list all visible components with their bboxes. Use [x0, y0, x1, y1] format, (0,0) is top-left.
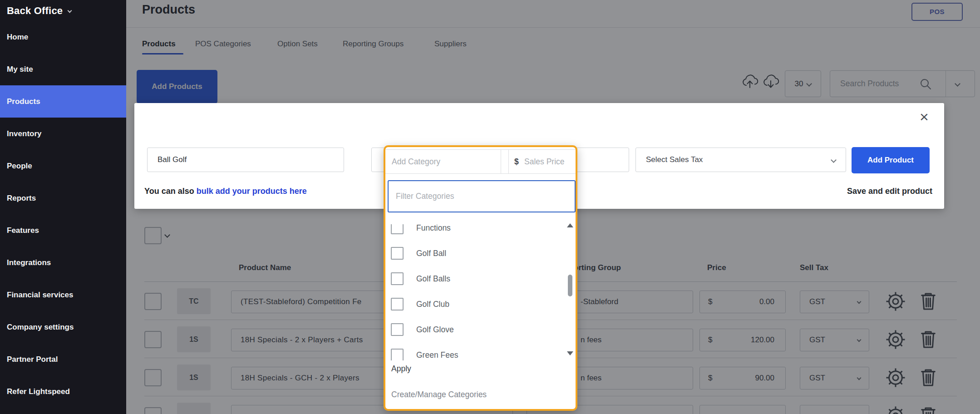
sidebar-item[interactable]: Reports [0, 182, 126, 214]
field-divider [508, 149, 509, 174]
back-office-menu[interactable]: Back Office [7, 2, 71, 20]
sidebar-item[interactable]: Partner Portal [0, 343, 126, 375]
sidebar-nav: HomeMy siteProductsInventoryPeopleReport… [0, 21, 126, 408]
back-office-label: Back Office [7, 5, 63, 16]
category-option-label: Golf Glove [416, 317, 454, 342]
category-checkbox[interactable] [391, 298, 404, 310]
add-category-placeholder[interactable]: Add Category [392, 151, 440, 172]
category-option-label: Functions [416, 224, 451, 241]
create-manage-categories-link[interactable]: Create/Manage Categories [391, 390, 487, 399]
sidebar-item[interactable]: Products [0, 85, 126, 118]
add-product-button[interactable]: Add Product [852, 147, 930, 173]
sales-price-placeholder: Sales Price [524, 151, 565, 172]
filter-categories-input[interactable]: Filter Categories [388, 180, 576, 212]
sales-tax-select[interactable]: Select Sales Tax [635, 148, 846, 172]
category-checkbox[interactable] [391, 247, 404, 260]
sidebar-item[interactable]: Refer Lightspeed [0, 375, 126, 408]
scrollbar-thumb[interactable] [568, 275, 572, 296]
sidebar-item[interactable]: Financial services [0, 279, 126, 311]
sidebar-item[interactable]: My site [0, 53, 126, 85]
bulk-add-link[interactable]: bulk add your products here [197, 187, 307, 196]
close-icon[interactable]: × [914, 107, 934, 127]
category-option[interactable]: Golf Balls [385, 266, 566, 291]
currency-symbol: $ [514, 151, 519, 172]
filter-categories-placeholder: Filter Categories [396, 181, 454, 212]
scroll-up-arrow-icon[interactable] [567, 223, 573, 227]
field-divider [501, 149, 501, 174]
category-option[interactable]: Green Fees [385, 342, 566, 360]
category-checkbox[interactable] [391, 272, 404, 285]
category-option[interactable]: Golf Glove [385, 317, 566, 342]
sidebar-item[interactable]: Features [0, 214, 126, 246]
category-checkbox[interactable] [391, 323, 404, 336]
save-and-edit-link[interactable]: Save and edit product [847, 187, 932, 196]
sidebar-item[interactable]: Home [0, 21, 126, 53]
category-option-label: Golf Club [416, 291, 449, 317]
category-checkbox[interactable] [391, 224, 404, 234]
sidebar: Back Office HomeMy siteProductsInventory… [0, 0, 126, 414]
apply-button[interactable]: Apply [391, 364, 411, 374]
category-option[interactable]: Golf Ball [385, 241, 566, 266]
sidebar-item[interactable]: Company settings [0, 311, 126, 343]
chevron-down-icon [831, 157, 837, 163]
app-root: Products POS ProductsPOS CategoriesOptio… [0, 0, 980, 414]
bulk-add-prefix: You can also [144, 187, 197, 196]
category-option-list: Functions Golf Ball Golf Balls Golf Club… [385, 224, 566, 360]
product-name-field[interactable]: Ball Golf [147, 148, 344, 172]
scroll-down-arrow-icon[interactable] [567, 351, 573, 355]
category-dropdown-panel: Add Category $ Sales Price Filter Catego… [384, 145, 577, 411]
category-option[interactable]: Functions [385, 224, 566, 241]
chevron-down-icon [68, 9, 72, 13]
sales-tax-placeholder: Select Sales Tax [646, 155, 703, 164]
sidebar-item[interactable]: Inventory [0, 118, 126, 150]
sidebar-item[interactable]: Integrations [0, 246, 126, 279]
field-hairline [385, 149, 576, 150]
category-option-label: Golf Balls [416, 266, 450, 291]
field-hairline [385, 173, 576, 174]
sidebar-item[interactable]: People [0, 150, 126, 182]
category-option-label: Golf Ball [416, 241, 446, 266]
category-option-label: Green Fees [416, 342, 458, 360]
category-option[interactable]: Golf Club [385, 291, 566, 317]
bulk-add-line: You can also bulk add your products here [144, 187, 307, 196]
category-checkbox[interactable] [391, 349, 404, 360]
